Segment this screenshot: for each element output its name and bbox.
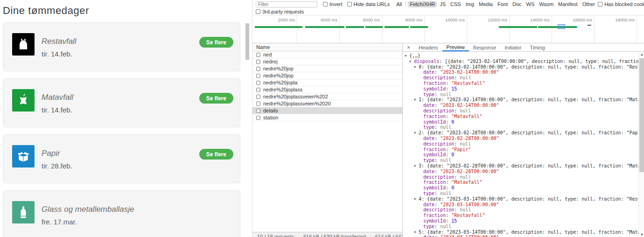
json-token: "Restavfall" [451,213,485,218]
scroll-up-icon[interactable]: ▲ [639,53,644,56]
json-token: : [434,103,440,108]
type-filter-doc[interactable]: Doc [511,1,524,7]
json-token: "Restavfall" [451,81,485,86]
type-filter-fetch-xhr[interactable]: Fetch/XHR [408,1,437,7]
request-checkbox[interactable] [256,81,260,85]
disclosure-triangle-icon[interactable]: ▼ [414,197,419,202]
disclosure-triangle-icon[interactable]: ▼ [414,65,419,70]
json-line: fraction: "Restavfall" [403,81,638,86]
tab-headers[interactable]: Headers [414,43,442,51]
waste-fraction-title: Glass og metallemballasje [42,205,134,214]
details-tab-bar: × HeadersPreviewResponseInitiatorTiming [403,43,644,52]
request-row[interactable]: nedrej [252,58,402,65]
request-row[interactable]: nedre%20jopla [252,79,402,86]
waste-date: tir. 28.feb. [42,162,72,170]
3rd-party-requests-checkbox[interactable] [256,9,260,14]
request-checkbox[interactable] [256,102,260,106]
request-row[interactable]: ned [252,51,402,58]
request-row[interactable]: nedre%20joplass [252,86,402,93]
request-checkbox[interactable] [256,74,260,78]
request-name: nedre%20joplassveien%202 [263,94,328,99]
tab-timing[interactable]: Timing [525,43,549,51]
request-checkbox[interactable] [256,116,260,120]
type-filter-font[interactable]: Font [496,1,510,7]
has-blocked-cookies-label: Has blocked cookies [604,1,644,7]
json-preview: ▼{,…}▼disposals: [{date: "2023-02-14T00:… [403,52,638,237]
hide-data-urls-group: Hide data URLs [347,1,390,7]
json-token: date [423,136,434,141]
type-filter-js[interactable]: JS [438,1,448,7]
type-filter-css[interactable]: CSS [448,1,463,7]
request-checkbox[interactable] [256,95,260,99]
json-token: : [454,141,460,146]
type-filter-media[interactable]: Media [477,1,495,7]
request-row[interactable]: nedre%20joplassveien%2020 [252,100,402,107]
tab-preview[interactable]: Preview [442,43,469,51]
disclosure-triangle-icon[interactable]: ▼ [414,164,419,169]
page-title: Dine tømmedager [3,5,89,17]
json-token: "2023-02-14T00:00:00" [440,103,499,108]
request-checkbox[interactable] [256,88,260,92]
type-filter-other[interactable]: Other [581,1,597,7]
3rd-party-requests-group: 3rd-party requests [256,9,304,14]
request-name: station [263,115,278,120]
request-checkbox[interactable] [256,109,260,113]
request-checkbox[interactable] [256,53,260,57]
timeline-activity-segment [346,26,364,28]
waste-fraction-title: Papir [42,149,60,158]
invert-checkbox[interactable] [323,2,328,7]
tab-response[interactable]: Response [469,43,501,51]
type-filter-img[interactable]: Img [464,1,476,7]
network-filter-bar-row2: 3rd-party requests [252,8,644,15]
timeline-tick-label: 10000 ms [445,17,465,22]
page-scrollbar-thumb[interactable] [245,23,249,60]
request-row[interactable]: details [252,107,402,114]
disclosure-triangle-icon[interactable]: ▼ [409,59,414,64]
se-flere-button[interactable]: Se flere [199,37,233,48]
filter-input[interactable] [256,1,317,7]
json-line: ▼4: {date: "2023-03-14T00:00:00", descri… [403,196,638,202]
request-row[interactable]: station [252,114,402,121]
request-name: details [263,108,278,113]
json-line: ▼2: {date: "2023-02-28T00:00:00", descri… [403,130,638,136]
close-icon[interactable]: × [403,43,414,51]
json-line: date: "2023-02-28T00:00:00" [403,169,638,174]
type-filter-wasm[interactable]: Wasm [537,1,555,7]
type-filter-ws[interactable]: WS [525,1,537,7]
json-token: "2023-02-28T00:00:00" [440,169,499,174]
disclosure-triangle-icon[interactable]: ▼ [405,54,409,59]
hide-data-urls-checkbox[interactable] [347,2,352,7]
timeline-activity-segment [365,26,383,28]
json-token: "2023-03-14T00:00:00" [440,235,499,237]
se-flere-button[interactable]: Se flere [199,93,233,104]
disclosure-triangle-icon[interactable]: ▼ [414,230,419,235]
has-blocked-cookies-checkbox[interactable] [598,2,602,7]
json-token: {date: "2023-03-14T00:00:00", descriptio… [427,230,638,235]
json-line: description: null [403,174,638,180]
type-filter-all[interactable]: All [394,1,404,7]
request-row[interactable]: nedre%20joplassveien%202 [252,93,402,100]
request-row[interactable]: nedre%20jop [252,65,402,72]
waste-date: fre. 17.mar. [42,218,77,226]
request-name: nedre%20jop [263,66,294,71]
disclosure-triangle-icon[interactable]: ▼ [414,131,419,136]
preview-scrollbar-thumb[interactable] [639,58,644,172]
json-token: : [454,207,460,212]
network-overview-timeline[interactable]: 2000 ms4000 ms6000 ms8000 ms10000 ms1200… [252,15,644,43]
timeline-gridline [467,15,467,43]
json-token: symbolId [423,119,446,125]
waste-card: Matavfalltir. 14.feb.Se flere [3,78,240,127]
json-line: date: "2023-03-14T00:00:00" [403,235,638,237]
se-flere-button[interactable]: Se flere [199,149,233,160]
type-filter-manifest[interactable]: Manifest [556,1,580,7]
page-scrollbar[interactable] [245,0,249,237]
timeline-selected-request[interactable] [558,24,565,29]
json-token: {date: "2023-03-14T00:00:00", descriptio… [427,196,638,202]
request-checkbox[interactable] [256,67,260,71]
preview-scrollbar[interactable]: ▲ ▼ [638,52,644,237]
request-checkbox[interactable] [256,60,260,64]
scroll-down-icon[interactable]: ▼ [639,233,644,236]
request-row[interactable]: nedre%20jop [252,72,402,79]
disclosure-triangle-icon[interactable]: ▼ [414,98,419,103]
tab-initiator[interactable]: Initiator [500,43,525,51]
